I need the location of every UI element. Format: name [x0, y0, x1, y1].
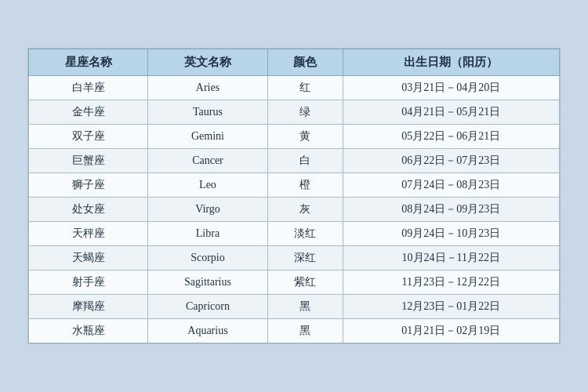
cell-dates: 01月21日－02月19日 — [343, 319, 559, 343]
cell-dates: 04月21日－05月21日 — [343, 100, 559, 125]
cell-english-name: Aquarius — [148, 319, 267, 343]
table-row: 金牛座Taurus绿04月21日－05月21日 — [29, 100, 560, 125]
cell-chinese-name: 摩羯座 — [29, 295, 148, 319]
cell-chinese-name: 天蝎座 — [29, 246, 148, 270]
cell-chinese-name: 水瓶座 — [29, 319, 148, 343]
cell-dates: 03月21日－04月20日 — [343, 76, 559, 100]
cell-color: 深红 — [267, 246, 343, 270]
cell-english-name: Taurus — [148, 100, 267, 125]
cell-english-name: Scorpio — [148, 246, 267, 270]
header-dates: 出生日期（阳历） — [343, 49, 559, 76]
header-english-name: 英文名称 — [148, 49, 267, 76]
cell-dates: 07月24日－08月23日 — [343, 173, 559, 198]
table-row: 处女座Virgo灰08月24日－09月23日 — [29, 198, 560, 222]
cell-english-name: Cancer — [148, 149, 267, 173]
table-row: 射手座Sagittarius紫红11月23日－12月22日 — [29, 270, 560, 295]
cell-english-name: Gemini — [148, 125, 267, 149]
table-row: 水瓶座Aquarius黑01月21日－02月19日 — [29, 319, 560, 343]
cell-chinese-name: 射手座 — [29, 270, 148, 295]
table-row: 天秤座Libra淡红09月24日－10月23日 — [29, 222, 560, 246]
cell-dates: 11月23日－12月22日 — [343, 270, 559, 295]
header-chinese-name: 星座名称 — [29, 49, 148, 76]
cell-color: 红 — [267, 76, 343, 100]
table-row: 双子座Gemini黄05月22日－06月21日 — [29, 125, 560, 149]
cell-dates: 08月24日－09月23日 — [343, 198, 559, 222]
cell-color: 黄 — [267, 125, 343, 149]
table-row: 巨蟹座Cancer白06月22日－07月23日 — [29, 149, 560, 173]
cell-chinese-name: 双子座 — [29, 125, 148, 149]
table-row: 白羊座Aries红03月21日－04月20日 — [29, 76, 560, 100]
cell-color: 绿 — [267, 100, 343, 125]
cell-color: 黑 — [267, 319, 343, 343]
cell-dates: 10月24日－11月22日 — [343, 246, 559, 270]
zodiac-table-container: 星座名称 英文名称 颜色 出生日期（阳历） 白羊座Aries红03月21日－04… — [27, 48, 561, 344]
cell-chinese-name: 巨蟹座 — [29, 149, 148, 173]
cell-chinese-name: 狮子座 — [29, 173, 148, 198]
cell-english-name: Aries — [148, 76, 267, 100]
cell-color: 橙 — [267, 173, 343, 198]
cell-english-name: Libra — [148, 222, 267, 246]
cell-color: 黑 — [267, 295, 343, 319]
cell-dates: 05月22日－06月21日 — [343, 125, 559, 149]
table-body: 白羊座Aries红03月21日－04月20日金牛座Taurus绿04月21日－0… — [29, 76, 560, 343]
table-row: 天蝎座Scorpio深红10月24日－11月22日 — [29, 246, 560, 270]
cell-chinese-name: 白羊座 — [29, 76, 148, 100]
table-row: 狮子座Leo橙07月24日－08月23日 — [29, 173, 560, 198]
header-color: 颜色 — [267, 49, 343, 76]
cell-english-name: Virgo — [148, 198, 267, 222]
cell-chinese-name: 天秤座 — [29, 222, 148, 246]
cell-color: 紫红 — [267, 270, 343, 295]
cell-english-name: Capricorn — [148, 295, 267, 319]
table-row: 摩羯座Capricorn黑12月23日－01月22日 — [29, 295, 560, 319]
cell-color: 白 — [267, 149, 343, 173]
cell-dates: 12月23日－01月22日 — [343, 295, 559, 319]
cell-english-name: Sagittarius — [148, 270, 267, 295]
cell-dates: 06月22日－07月23日 — [343, 149, 559, 173]
cell-dates: 09月24日－10月23日 — [343, 222, 559, 246]
zodiac-table: 星座名称 英文名称 颜色 出生日期（阳历） 白羊座Aries红03月21日－04… — [28, 49, 560, 343]
cell-english-name: Leo — [148, 173, 267, 198]
cell-color: 灰 — [267, 198, 343, 222]
table-header-row: 星座名称 英文名称 颜色 出生日期（阳历） — [29, 49, 560, 76]
cell-color: 淡红 — [267, 222, 343, 246]
cell-chinese-name: 处女座 — [29, 198, 148, 222]
cell-chinese-name: 金牛座 — [29, 100, 148, 125]
